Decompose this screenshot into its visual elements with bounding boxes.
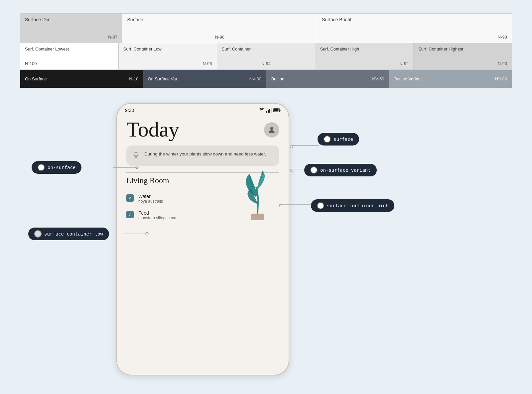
battery-icon <box>273 108 281 112</box>
signal-icon <box>266 108 272 113</box>
color-chart: Surface Dim N-87 Surface N-98 Surface Br… <box>20 13 512 88</box>
on-surface-var-cell: On Surface Var. NV-30 <box>143 70 266 88</box>
task-text-2: Feed monstera siltepecana <box>138 210 176 220</box>
annotation-surface-container-high: surface container high <box>311 199 394 212</box>
phone-header: Today <box>126 119 279 140</box>
ann-on-surface-variant-label: on-surface variant <box>320 167 371 173</box>
on-surface-var-code: NV-30 <box>249 76 261 81</box>
svg-point-7 <box>270 127 273 130</box>
surface-container-high-line <box>279 203 313 206</box>
on-surface-ann-circle <box>38 164 45 171</box>
surface-cell: Surface N-98 <box>122 14 317 43</box>
surface-circle <box>324 136 331 143</box>
surface-code: N-98 <box>215 35 224 40</box>
sc-low-label: Surf. Container Low <box>123 47 212 51</box>
wifi-icon <box>259 108 265 113</box>
sc-high-cell: Surf. Container High N-92 <box>315 43 413 69</box>
on-surface-variant-circle <box>310 166 318 174</box>
plant-illustration <box>236 164 279 224</box>
tip-icon <box>132 151 140 160</box>
tip-card: During the winter your plants slow down … <box>126 146 279 166</box>
svg-rect-8 <box>251 214 264 220</box>
surface-dim-label: Surface Dim <box>25 17 117 22</box>
surface-bright-code: N-98 <box>498 35 507 40</box>
surface-container-low-circle <box>34 230 42 238</box>
status-icons <box>259 108 281 113</box>
tip-text: During the winter your plants slow down … <box>144 151 266 157</box>
task-sub-1: hoya australis <box>138 199 163 204</box>
surface-label: Surface <box>127 17 312 22</box>
surface-connector-line <box>290 143 320 148</box>
ann-surface-container-low-label: surface container low <box>44 231 103 237</box>
phone-mockup: 9:30 <box>116 103 289 375</box>
on-surface-cell: On Surface N-10 <box>20 70 143 88</box>
task-list: ✓ Water hoya australis ✓ Feed monstera s… <box>126 190 279 224</box>
chart-row-3: On Surface N-10 On Surface Var. NV-30 Ou… <box>20 70 512 88</box>
svg-rect-1 <box>268 110 269 113</box>
on-surface-label: On Surface <box>25 76 47 81</box>
task-main-2: Feed <box>138 210 176 216</box>
sc-highest-label: Surf. Container Highest <box>418 47 507 51</box>
outline-var-code: NV-80 <box>495 76 507 81</box>
surface-bright-cell: Surface Bright N-98 <box>317 14 512 43</box>
on-surface-connector <box>113 166 140 169</box>
phone-title: Today <box>126 119 179 140</box>
chart-row-1: Surface Dim N-87 Surface N-98 Surface Br… <box>20 13 512 43</box>
phone-content: Today During the winter your plants slow <box>117 116 289 224</box>
task-main-1: Water <box>138 194 163 199</box>
annotation-on-surface: on-surface <box>32 161 81 174</box>
on-surface-var-label: On Surface Var. <box>148 76 179 81</box>
svg-rect-3 <box>271 108 272 113</box>
sc-highest-cell: Surf. Container Highest N-90 <box>413 43 512 69</box>
sc-lowest-label: Surf. Container Lowest <box>25 47 114 51</box>
outline-cell: Outline NV-50 <box>266 70 389 88</box>
outline-label: Outline <box>271 76 284 81</box>
surface-dim-cell: Surface Dim N-87 <box>20 14 122 43</box>
task-text-1: Water hoya australis <box>138 194 163 204</box>
sc-high-code: N-92 <box>399 61 409 66</box>
svg-rect-5 <box>280 110 281 111</box>
svg-rect-2 <box>269 109 270 113</box>
annotation-surface: surface <box>318 133 359 146</box>
outline-var-label: Outline Variant <box>394 76 422 81</box>
status-time: 9:30 <box>125 108 134 113</box>
phone-screen: 9:30 <box>116 103 289 375</box>
sc-code: N-94 <box>261 61 271 66</box>
sc-lowest-cell: Surf. Container Lowest N-100 <box>20 43 118 69</box>
surface-container-low-connector <box>123 232 150 236</box>
ann-surface-container-high-label: surface container high <box>327 203 388 208</box>
task-sub-2: monstera siltepecana <box>138 216 176 220</box>
svg-rect-0 <box>266 111 267 113</box>
surface-dim-code: N-87 <box>108 35 117 40</box>
chart-row-2: Surf. Container Lowest N-100 Surf. Conta… <box>20 43 512 70</box>
ann-on-surface-label: on-surface <box>48 165 75 170</box>
svg-point-11 <box>136 166 138 169</box>
annotation-on-surface-variant: on-surface variant <box>304 164 377 176</box>
on-surface-code: N-10 <box>129 76 138 81</box>
svg-point-15 <box>146 233 148 235</box>
annotation-surface-container-low: surface container low <box>28 228 109 240</box>
surface-container-high-circle <box>317 202 324 209</box>
status-bar: 9:30 <box>117 104 289 116</box>
sc-label: Surf. Container <box>222 47 311 51</box>
svg-rect-6 <box>274 109 279 112</box>
on-surface-var-line <box>290 167 307 171</box>
sc-low-cell: Surf. Container Low N-96 <box>118 43 217 69</box>
task-checkbox-1: ✓ <box>126 194 134 202</box>
sc-cell: Surf. Container N-94 <box>217 43 315 69</box>
avatar <box>264 122 279 138</box>
sc-highest-code: N-90 <box>498 61 507 66</box>
ann-surface-label: surface <box>333 137 353 142</box>
outline-var-cell: Outline Variant NV-80 <box>389 70 512 88</box>
sc-high-label: Surf. Container High <box>320 47 409 51</box>
sc-low-code: N-96 <box>202 61 212 66</box>
outline-code: NV-50 <box>372 76 384 81</box>
task-checkbox-2: ✓ <box>126 211 134 218</box>
surface-bright-label: Surface Bright <box>322 17 507 22</box>
sc-lowest-code: N-100 <box>25 61 114 66</box>
